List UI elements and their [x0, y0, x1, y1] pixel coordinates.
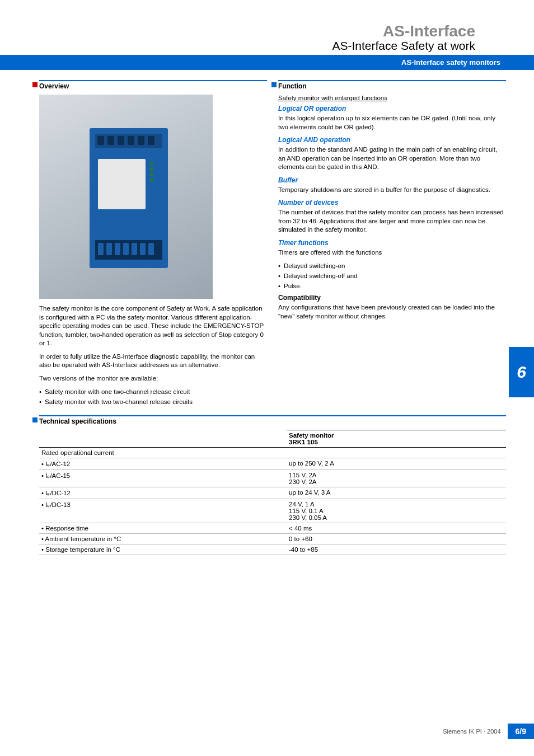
table-cell-value: up to 24 V, 3 A — [287, 487, 506, 499]
section-bar: AS-Interface safety monitors — [0, 55, 534, 70]
list-item: Delayed switching-off and — [278, 271, 506, 280]
table-cell-param: • Iₑ/AC-15 — [39, 470, 287, 487]
subheading: Number of devices — [278, 199, 506, 206]
list-item: Safety monitor with one two-channel rele… — [39, 387, 267, 396]
table-row: • Ambient temperature in °C0 to +60 — [39, 534, 506, 544]
tech-table: Safety monitor 3RK1 105 Rated operationa… — [39, 430, 506, 555]
page-subtitle: AS-Interface Safety at work — [39, 39, 475, 53]
table-cell-value: < 40 ms — [287, 523, 506, 534]
table-cell-param: Rated operational current — [39, 448, 287, 458]
product-image — [39, 95, 213, 299]
overview-paragraph: The safety monitor is the core component… — [39, 304, 267, 348]
table-cell-value: 115 V, 2A 230 V, 2A — [287, 470, 506, 487]
chapter-tab: 6 — [509, 347, 534, 397]
table-cell-value: -40 to +85 — [287, 544, 506, 555]
table-cell-value: up to 250 V, 2 A — [287, 458, 506, 470]
table-row: • Storage temperature in °C-40 to +85 — [39, 544, 506, 555]
table-cell-value — [287, 448, 506, 458]
function-intro: Safety monitor with enlarged functions — [278, 95, 506, 101]
table-row: • Iₑ/DC-12up to 24 V, 3 A — [39, 487, 506, 499]
body-text: Timers are offered with the functions — [278, 248, 506, 257]
list-item: Delayed switching-on — [278, 261, 506, 270]
table-cell-param: • Ambient temperature in °C — [39, 534, 287, 544]
table-row: • Iₑ/DC-1324 V, 1 A 115 V, 0.1 A 230 V, … — [39, 499, 506, 523]
subheading: Logical AND operation — [278, 136, 506, 144]
table-header: Safety monitor 3RK1 105 — [287, 430, 506, 448]
table-cell-param: • Iₑ/DC-12 — [39, 487, 287, 499]
subheading: Timer functions — [278, 239, 506, 247]
table-cell-param: • Response time — [39, 523, 287, 534]
tech-heading: Technical specifications — [39, 415, 506, 425]
table-cell-param: • Iₑ/AC-12 — [39, 458, 287, 470]
body-text: The number of devices that the safety mo… — [278, 208, 506, 234]
subheading: Buffer — [278, 176, 506, 184]
footer-page-number: 6/9 — [508, 724, 534, 739]
footer-text: Siemens IK PI · 2004 — [443, 728, 500, 735]
table-row: Rated operational current — [39, 448, 506, 458]
list-item: Pulse. — [278, 281, 506, 290]
table-cell-param: • Iₑ/DC-13 — [39, 499, 287, 523]
table-row: • Response time< 40 ms — [39, 523, 506, 534]
subheading: Logical OR operation — [278, 105, 506, 112]
body-text: Any configurations that have been previo… — [278, 303, 506, 321]
page-title: AS-Interface — [39, 22, 475, 40]
overview-list: Safety monitor with one two-channel rele… — [39, 387, 267, 406]
overview-paragraph: Two versions of the monitor are availabl… — [39, 374, 267, 383]
table-row: • Iₑ/AC-15115 V, 2A 230 V, 2A — [39, 470, 506, 487]
table-cell-value: 24 V, 1 A 115 V, 0.1 A 230 V, 0.05 A — [287, 499, 506, 523]
overview-heading: Overview — [39, 80, 267, 90]
overview-paragraph: In order to fully utilize the AS-Interfa… — [39, 353, 267, 370]
body-text: Temporary shutdowns are stored in a buff… — [278, 186, 506, 195]
function-heading: Function — [278, 80, 506, 90]
body-text: In this logical operation up to six elem… — [278, 114, 506, 132]
table-row: • Iₑ/AC-12up to 250 V, 2 A — [39, 458, 506, 470]
body-text: In addition to the standard AND gating i… — [278, 145, 506, 172]
table-cell-param: • Storage temperature in °C — [39, 544, 287, 555]
list-item: Safety monitor with two two-channel rele… — [39, 397, 267, 406]
compat-heading: Compatibility — [278, 294, 506, 302]
timer-list: Delayed switching-on Delayed switching-o… — [278, 261, 506, 290]
table-cell-value: 0 to +60 — [287, 534, 506, 544]
